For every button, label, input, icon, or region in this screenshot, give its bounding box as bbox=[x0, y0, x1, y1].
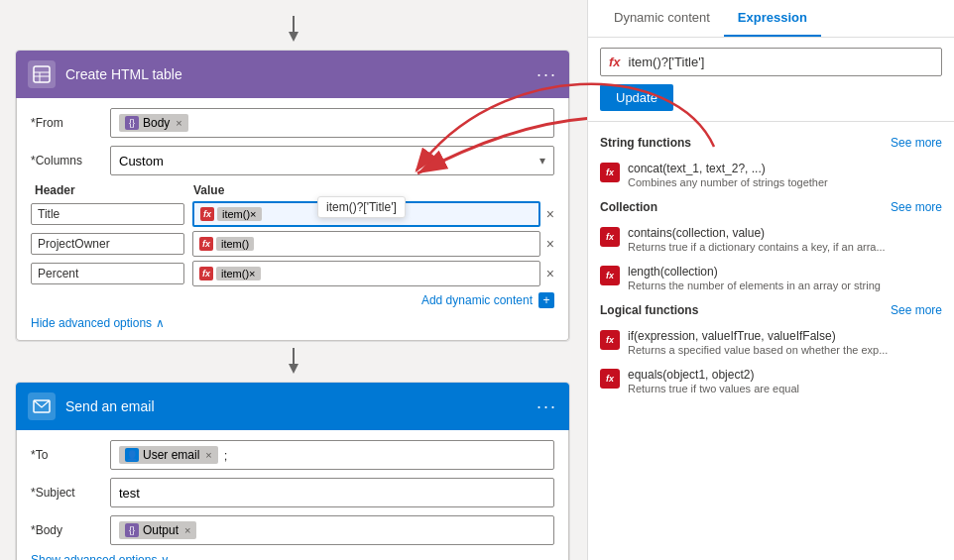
add-dynamic-plus: + bbox=[538, 292, 554, 308]
body-label: *Body bbox=[31, 523, 110, 537]
section-string-label: String functions bbox=[600, 136, 691, 150]
see-more-logical[interactable]: See more bbox=[891, 303, 942, 317]
show-advanced-options[interactable]: Show advanced options ∨ bbox=[31, 553, 554, 560]
tooltip-text: item()?['Title'] bbox=[326, 200, 397, 214]
see-more-collection[interactable]: See more bbox=[891, 200, 942, 214]
top-connector bbox=[15, 16, 572, 44]
expression-input-row: fx item()?['Title'] bbox=[600, 48, 942, 76]
user-email-tag[interactable]: 👤 User email × bbox=[119, 446, 218, 464]
user-email-label: User email bbox=[143, 448, 199, 462]
func-contains-icon: fx bbox=[600, 227, 620, 247]
columns-row: *Columns Custom ▾ bbox=[31, 146, 554, 175]
card-menu-html-table[interactable]: ··· bbox=[537, 64, 557, 85]
output-tag[interactable]: {} Output × bbox=[119, 521, 196, 539]
html-table-body: *From {} Body × *Columns Custom ▾ bbox=[16, 98, 569, 341]
col-delete-projectowner[interactable]: × bbox=[546, 236, 554, 252]
func-if-text: if(expression, valueIfTrue, valueIfFalse… bbox=[628, 329, 942, 356]
output-tag-close[interactable]: × bbox=[184, 524, 190, 536]
func-if-name: if(expression, valueIfTrue, valueIfFalse… bbox=[628, 329, 942, 343]
to-input[interactable]: 👤 User email × ; bbox=[110, 440, 554, 470]
hide-advanced-label: Hide advanced options bbox=[31, 316, 152, 330]
columns-select[interactable]: Custom ▾ bbox=[110, 146, 554, 175]
col-delete-percent[interactable]: × bbox=[546, 266, 554, 281]
hide-advanced-options[interactable]: Hide advanced options ∧ bbox=[31, 316, 554, 330]
fx-tag-title-close[interactable]: × bbox=[250, 208, 256, 220]
user-email-icon: 👤 bbox=[125, 448, 139, 462]
col-name-title[interactable] bbox=[31, 203, 184, 225]
add-dynamic-content[interactable]: Add dynamic content + bbox=[31, 292, 554, 308]
fx-tag-title-text: item() bbox=[222, 208, 250, 220]
panel-content: String functions See more fx concat(text… bbox=[588, 122, 954, 560]
col-value-percent[interactable]: fx item() × bbox=[192, 261, 540, 286]
col-value-projectowner[interactable]: fx item() bbox=[192, 231, 540, 257]
update-button[interactable]: Update bbox=[600, 84, 673, 111]
add-dynamic-label: Add dynamic content bbox=[421, 293, 533, 307]
section-logical: Logical functions See more bbox=[588, 297, 954, 323]
show-advanced-label: Show advanced options bbox=[31, 553, 157, 560]
columns-label: *Columns bbox=[31, 154, 110, 168]
fx-tag-percent-text: item() bbox=[221, 268, 249, 280]
fx-label: fx bbox=[609, 55, 621, 69]
section-logical-label: Logical functions bbox=[600, 303, 698, 317]
html-table-icon bbox=[28, 60, 56, 88]
col-headers: Header Value bbox=[31, 183, 554, 197]
col-row-projectowner: fx item() × bbox=[31, 231, 554, 257]
col-row-percent: fx item() × × bbox=[31, 261, 554, 286]
func-equals[interactable]: fx equals(object1, object2) Returns true… bbox=[588, 362, 954, 400]
svg-marker-1 bbox=[289, 32, 298, 42]
func-contains-desc: Returns true if a dictionary contains a … bbox=[628, 241, 942, 253]
func-contains-text: contains(collection, value) Returns true… bbox=[628, 226, 942, 253]
func-equals-icon: fx bbox=[600, 369, 620, 389]
expression-tooltip: item()?['Title'] bbox=[317, 196, 406, 218]
fx-tag-projectowner-text: item() bbox=[221, 238, 249, 250]
to-row: *To 👤 User email × ; bbox=[31, 440, 554, 470]
body-tag-close[interactable]: × bbox=[176, 117, 181, 129]
func-length-icon: fx bbox=[600, 266, 620, 285]
func-length-name: length(collection) bbox=[628, 265, 942, 279]
right-panel: Dynamic content Expression fx item()?['T… bbox=[587, 0, 954, 560]
func-equals-name: equals(object1, object2) bbox=[628, 368, 942, 382]
user-email-close[interactable]: × bbox=[205, 449, 211, 461]
from-row: *From {} Body × bbox=[31, 108, 554, 138]
output-tag-label: Output bbox=[143, 523, 179, 537]
col-name-percent[interactable] bbox=[31, 263, 184, 284]
body-tag[interactable]: {} Body × bbox=[119, 114, 188, 132]
func-concat[interactable]: fx concat(text_1, text_2?, ...) Combines… bbox=[588, 156, 954, 194]
section-collection: Collection See more bbox=[588, 194, 954, 220]
columns-value: Custom bbox=[119, 154, 164, 168]
output-tag-icon: {} bbox=[125, 523, 139, 537]
subject-value: test bbox=[119, 486, 140, 501]
email-icon bbox=[28, 392, 56, 420]
fx-icon-projectowner: fx bbox=[199, 237, 213, 251]
fx-tag-title: item() × bbox=[217, 207, 262, 221]
col-delete-title[interactable]: × bbox=[546, 206, 554, 222]
subject-input[interactable]: test bbox=[110, 478, 554, 507]
func-contains-name: contains(collection, value) bbox=[628, 226, 942, 240]
see-more-string[interactable]: See more bbox=[891, 136, 942, 150]
fx-icon-title: fx bbox=[200, 207, 214, 221]
panel-tabs: Dynamic content Expression bbox=[588, 0, 954, 38]
hide-advanced-chevron: ∧ bbox=[156, 316, 165, 330]
card-header-email: Send an email ··· bbox=[16, 383, 569, 430]
expression-area: fx item()?['Title'] Update bbox=[588, 38, 954, 122]
subject-label: *Subject bbox=[31, 486, 110, 500]
to-semicolon: ; bbox=[224, 448, 228, 463]
value-col-label: Value bbox=[193, 183, 224, 197]
expression-text[interactable]: item()?['Title'] bbox=[629, 55, 933, 69]
func-contains[interactable]: fx contains(collection, value) Returns t… bbox=[588, 220, 954, 259]
email-body: *To 👤 User email × ; *Subject test bbox=[16, 430, 569, 560]
card-title-email: Send an email bbox=[65, 398, 537, 414]
col-name-projectowner[interactable] bbox=[31, 233, 184, 255]
func-if-desc: Returns a specified value based on wheth… bbox=[628, 344, 942, 356]
from-input[interactable]: {} Body × bbox=[110, 108, 554, 138]
fx-tag-percent-close[interactable]: × bbox=[249, 268, 255, 280]
func-equals-text: equals(object1, object2) Returns true if… bbox=[628, 368, 942, 394]
tab-expression[interactable]: Expression bbox=[724, 0, 821, 37]
func-equals-desc: Returns true if two values are equal bbox=[628, 383, 942, 394]
body-input[interactable]: {} Output × bbox=[110, 515, 554, 545]
func-if[interactable]: fx if(expression, valueIfTrue, valueIfFa… bbox=[588, 323, 954, 362]
card-title-html-table: Create HTML table bbox=[65, 66, 537, 82]
card-menu-email[interactable]: ··· bbox=[537, 396, 557, 417]
tab-dynamic-content[interactable]: Dynamic content bbox=[600, 0, 724, 37]
func-length[interactable]: fx length(collection) Returns the number… bbox=[588, 259, 954, 297]
